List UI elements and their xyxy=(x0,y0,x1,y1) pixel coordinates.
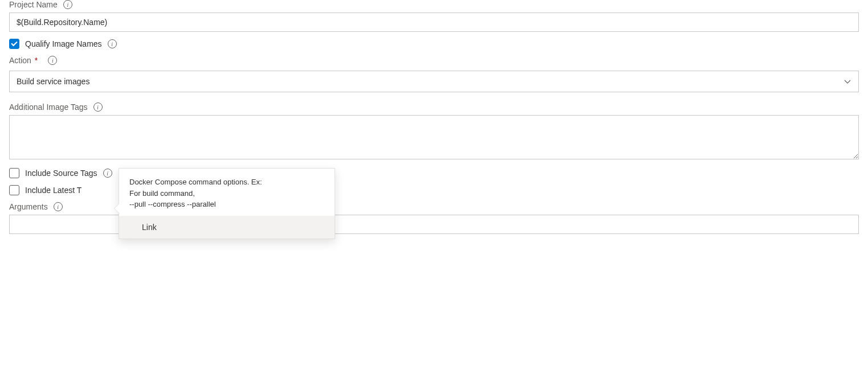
info-icon[interactable]: i xyxy=(103,169,112,178)
project-name-input[interactable] xyxy=(9,13,859,32)
qualify-image-names-checkbox[interactable] xyxy=(9,39,19,49)
include-source-tags-checkbox[interactable] xyxy=(9,168,19,178)
qualify-image-names-label: Qualify Image Names xyxy=(25,39,102,48)
tooltip-text: For build command, xyxy=(129,188,324,199)
info-icon[interactable]: i xyxy=(108,39,117,48)
action-select[interactable]: Build service images xyxy=(9,71,859,92)
info-icon[interactable]: i xyxy=(93,102,103,112)
tooltip-text: Docker Compose command options. Ex: xyxy=(129,177,324,188)
include-latest-tag-label: Include Latest T xyxy=(25,186,81,195)
additional-image-tags-field: Additional Image Tags i xyxy=(9,102,859,161)
include-source-tags-label: Include Source Tags xyxy=(25,169,97,178)
info-icon[interactable]: i xyxy=(54,202,63,211)
action-field: Action * i Build service images xyxy=(9,56,859,92)
include-latest-tag-checkbox[interactable] xyxy=(9,185,19,195)
tooltip-text: --pull --compress --parallel xyxy=(129,199,324,210)
additional-image-tags-input[interactable] xyxy=(9,115,859,159)
arguments-field: Arguments i Docker Compose command optio… xyxy=(9,202,859,234)
arguments-label: Arguments xyxy=(9,202,48,211)
tooltip-body: Docker Compose command options. Ex: For … xyxy=(119,169,335,216)
project-name-field: Project Name i xyxy=(9,0,859,32)
info-icon[interactable]: i xyxy=(63,0,72,9)
tooltip-link[interactable]: Link xyxy=(119,216,335,239)
info-icon[interactable]: i xyxy=(48,56,57,65)
arguments-tooltip: Docker Compose command options. Ex: For … xyxy=(119,168,335,239)
qualify-image-names-row: Qualify Image Names i xyxy=(9,39,859,49)
project-name-label: Project Name xyxy=(9,0,58,9)
action-label: Action * xyxy=(9,56,38,65)
additional-image-tags-label: Additional Image Tags xyxy=(9,102,88,112)
